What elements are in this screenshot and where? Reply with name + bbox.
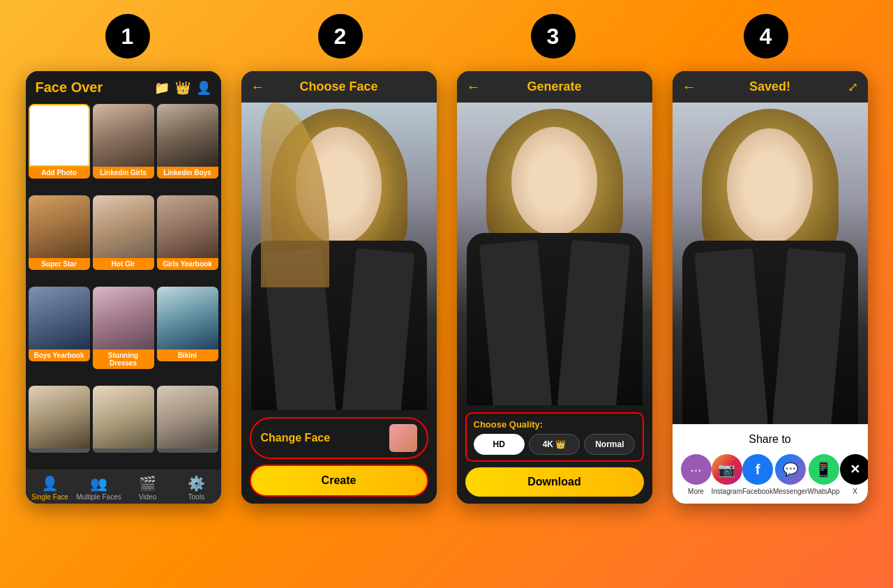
profile-icon[interactable]: 👤 [196, 80, 211, 96]
whatsapp-label: WhatsApp [807, 488, 839, 495]
nav-multiple-faces[interactable]: 👥 Multiple Faces [75, 475, 123, 501]
crown-icon[interactable]: 👑 [175, 80, 190, 96]
phone2-header: ← Choose Face [241, 71, 437, 103]
change-face-text: Change Face [261, 432, 389, 444]
phone2-bottom: Change Face Create [241, 410, 437, 504]
grid-item-extra2[interactable] [93, 386, 154, 467]
step-1: 1 [105, 14, 150, 59]
stunning-dresses-img [93, 287, 154, 349]
single-face-label: Single Face [31, 493, 68, 501]
grid-item-girls-yearbook[interactable]: Girls Yearbook [157, 195, 218, 284]
more-icon: ··· [681, 454, 712, 485]
grid-item-bikini[interactable]: Bikini [157, 287, 218, 383]
share-whatsapp[interactable]: 📱 WhatsApp [807, 454, 839, 495]
extra1-img [29, 386, 90, 448]
grid-item-linkedin-boys[interactable]: Linkedin Boys [157, 104, 218, 193]
hot-girl-label: Hot GIr [93, 258, 154, 270]
grid-item-boys-yearbook[interactable]: Boys Yearbook [29, 287, 90, 383]
x-icon: ✕ [840, 454, 868, 485]
quality-section: Choose Quality: HD 4K 👑 Normal [465, 412, 644, 462]
expand-icon[interactable]: ⤢ [848, 80, 858, 95]
download-button[interactable]: Download [465, 467, 644, 497]
tools-label: Tools [188, 493, 204, 501]
linkedin-boys-label: Linkedin Boys [157, 167, 218, 179]
video-icon: 🎬 [139, 475, 156, 492]
create-button[interactable]: Create [250, 465, 428, 497]
phone-4: ← Saved! ⤢ Share to [673, 71, 868, 504]
share-x[interactable]: ✕ X [840, 454, 868, 495]
linkedin-boys-img [157, 104, 218, 167]
phone2-title: Choose Face [299, 80, 377, 94]
superstar-img [29, 195, 90, 258]
nav-video[interactable]: 🎬 Video [123, 475, 172, 501]
phone-2: ← Choose Face Change Face [241, 71, 437, 504]
change-face-row[interactable]: Change Face [250, 417, 428, 459]
share-instagram[interactable]: 📷 Instagram [712, 454, 742, 495]
grid-item-add[interactable]: Add Photo [29, 104, 90, 193]
folder-icon[interactable]: 📁 [154, 80, 170, 96]
bikini-label: Bikini [157, 349, 218, 361]
stunning-dresses-label: Stunning Dresses [93, 349, 154, 369]
facebook-icon: f [742, 454, 773, 485]
phone1-bottom-nav: 👤 Single Face 👥 Multiple Faces 🎬 Video ⚙… [26, 469, 221, 504]
phone4-back-arrow[interactable]: ← [682, 79, 696, 95]
phone1-grid: Add Photo Linkedin Girls Linkedin Boys S… [26, 101, 221, 469]
whatsapp-icon: 📱 [809, 454, 839, 485]
phone4-bottom: Share to ··· More 📷 Instagram [673, 424, 868, 504]
quality-label: Choose Quality: [474, 419, 636, 430]
grid-item-extra3[interactable] [157, 386, 218, 467]
nav-single-face[interactable]: 👤 Single Face [26, 475, 75, 501]
phone4-header: ← Saved! ⤢ [673, 71, 868, 103]
messenger-label: Messenger [773, 488, 807, 495]
share-to-title: Share to [681, 433, 860, 446]
bikini-img [157, 287, 218, 349]
step-4: 4 [744, 14, 788, 59]
add-photo-placeholder [29, 104, 90, 167]
girls-yearbook-img [157, 195, 218, 258]
main-container: 1 2 3 4 Face Over 📁 👑 👤 [0, 0, 893, 588]
phone4-title: Saved! [749, 80, 790, 94]
quality-hd-btn[interactable]: HD [474, 434, 525, 455]
extra1-label [29, 448, 90, 453]
extra3-img [157, 386, 218, 448]
tools-icon: ⚙️ [188, 475, 205, 492]
phone3-title: Generate [527, 80, 581, 94]
video-label: Video [139, 493, 156, 501]
quality-normal-btn[interactable]: Normal [584, 434, 635, 455]
phones-row: Face Over 📁 👑 👤 Add Photo Linkedin Girls [21, 71, 872, 504]
girls-yearbook-label: Girls Yearbook [157, 258, 218, 270]
grid-item-superstar[interactable]: Super Star [29, 195, 90, 284]
superstar-label: Super Star [29, 258, 90, 270]
grid-item-hot-girl[interactable]: Hot GIr [93, 195, 154, 284]
x-label: X [853, 488, 857, 495]
phone3-back-arrow[interactable]: ← [467, 79, 481, 95]
phone-3: ← Generate Choose Quality: HD [457, 71, 652, 504]
grid-item-stunning-dresses[interactable]: Stunning Dresses [93, 287, 154, 383]
steps-row: 1 2 3 4 [21, 14, 872, 59]
multiple-faces-icon: 👥 [90, 475, 107, 492]
phone3-header: ← Generate [457, 71, 652, 103]
grid-item-linkedin-girls[interactable]: Linkedin Girls [93, 104, 154, 193]
quality-4k-btn[interactable]: 4K 👑 [529, 434, 580, 455]
add-photo-label: Add Photo [29, 167, 90, 179]
share-icons-row: ··· More 📷 Instagram f Fac [681, 454, 860, 495]
share-messenger[interactable]: 💬 Messenger [773, 454, 807, 495]
linkedin-girls-label: Linkedin Girls [93, 167, 154, 179]
share-more[interactable]: ··· More [681, 454, 712, 495]
instagram-label: Instagram [712, 488, 742, 495]
phone4-image-area [673, 103, 868, 424]
messenger-icon: 💬 [775, 454, 806, 485]
phone2-image-area [241, 103, 437, 410]
woman-image-bg [241, 103, 437, 410]
share-facebook[interactable]: f Facebook [742, 454, 773, 495]
boys-yearbook-img [29, 287, 90, 349]
nav-tools[interactable]: ⚙️ Tools [172, 475, 221, 501]
extra2-img [93, 386, 154, 448]
quality-buttons: HD 4K 👑 Normal [474, 434, 636, 455]
phone3-image-area [457, 103, 652, 405]
grid-item-extra1[interactable] [29, 386, 90, 467]
more-label: More [688, 488, 704, 495]
linkedin-girls-img [93, 104, 154, 167]
phone1-icons: 📁 👑 👤 [154, 80, 211, 96]
phone2-back-arrow[interactable]: ← [251, 79, 265, 95]
